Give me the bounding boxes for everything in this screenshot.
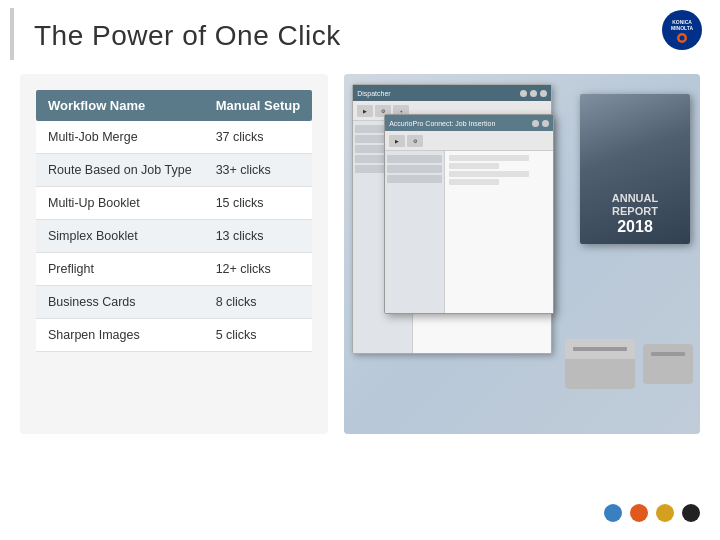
color-dots	[604, 504, 700, 522]
doc-year: 2018	[617, 218, 653, 236]
inner-tool-1[interactable]: ▶	[389, 135, 405, 147]
inner-form-3	[449, 171, 529, 177]
clicks-cell: 13 clicks	[204, 220, 313, 253]
clicks-cell: 12+ clicks	[204, 253, 313, 286]
inner-toolbar: ▶ ⚙	[385, 131, 553, 151]
annual-report-image: ANNUAL REPORT 2018	[580, 94, 690, 244]
inner-sidebar-3	[387, 175, 442, 183]
table-row: Route Based on Job Type33+ clicks	[36, 154, 312, 187]
inner-body	[385, 151, 553, 313]
workflow-name-cell: Preflight	[36, 253, 204, 286]
inner-title: AccurioPro Connect: Job Insertion	[389, 120, 529, 127]
svg-text:MINOLTA: MINOLTA	[671, 25, 693, 31]
clicks-cell: 33+ clicks	[204, 154, 313, 187]
page-title: The Power of One Click	[34, 20, 341, 52]
window-close-btn[interactable]	[540, 90, 547, 97]
printer-slot-2	[651, 352, 685, 356]
inner-min-btn[interactable]	[532, 120, 539, 127]
table-row: Multi-Job Merge37 clicks	[36, 121, 312, 154]
toolbar-item-1[interactable]: ▶	[357, 105, 373, 117]
table-card: Workflow Name Manual Setup Multi-Job Mer…	[20, 74, 328, 434]
konica-minolta-logo: KONICA MINOLTA	[660, 8, 704, 52]
inner-form-4	[449, 179, 499, 185]
workflow-name-cell: Multi-Up Booklet	[36, 187, 204, 220]
table-row: Preflight12+ clicks	[36, 253, 312, 286]
printer-slot	[573, 347, 627, 351]
window-titlebar: Dispatcher	[353, 85, 551, 101]
screenshot-area: Dispatcher ▶ ⚙ +	[344, 74, 700, 434]
window-min-btn[interactable]	[520, 90, 527, 97]
header: The Power of One Click KONICA MINOLTA	[10, 8, 720, 60]
orange-dot	[630, 504, 648, 522]
col2-header: Manual Setup	[204, 90, 313, 121]
inner-form-2	[449, 163, 499, 169]
logo-area: KONICA MINOLTA	[660, 8, 704, 56]
clicks-cell: 37 clicks	[204, 121, 313, 154]
table-row: Sharpen Images5 clicks	[36, 319, 312, 352]
printer-graphic	[565, 324, 695, 404]
table-row: Simplex Booklet13 clicks	[36, 220, 312, 253]
inner-window: AccurioPro Connect: Job Insertion ▶ ⚙	[384, 114, 554, 314]
inner-close-btn[interactable]	[542, 120, 549, 127]
inner-main-panel	[445, 151, 553, 313]
workflow-name-cell: Business Cards	[36, 286, 204, 319]
inner-sidebar-2	[387, 165, 442, 173]
table-row: Multi-Up Booklet15 clicks	[36, 187, 312, 220]
col1-header: Workflow Name	[36, 90, 204, 121]
table-row: Business Cards8 clicks	[36, 286, 312, 319]
blue-dot	[604, 504, 622, 522]
workflow-name-cell: Route Based on Job Type	[36, 154, 204, 187]
svg-point-4	[680, 36, 685, 41]
doc-label: ANNUAL REPORT	[612, 192, 658, 218]
black-dot	[682, 504, 700, 522]
inner-sidebar	[385, 151, 445, 313]
workflow-name-cell: Simplex Booklet	[36, 220, 204, 253]
workflow-name-cell: Sharpen Images	[36, 319, 204, 352]
inner-form-1	[449, 155, 529, 161]
workflow-name-cell: Multi-Job Merge	[36, 121, 204, 154]
main-content: Workflow Name Manual Setup Multi-Job Mer…	[0, 64, 720, 444]
printer-box-1	[565, 339, 635, 389]
inner-tool-2[interactable]: ⚙	[407, 135, 423, 147]
inner-titlebar: AccurioPro Connect: Job Insertion	[385, 115, 553, 131]
clicks-cell: 5 clicks	[204, 319, 313, 352]
workflow-table: Workflow Name Manual Setup Multi-Job Mer…	[36, 90, 312, 352]
screenshot-placeholder: Dispatcher ▶ ⚙ +	[344, 74, 700, 434]
window-title: Dispatcher	[357, 90, 517, 97]
printer-box-2	[643, 344, 693, 384]
clicks-cell: 8 clicks	[204, 286, 313, 319]
inner-sidebar-1	[387, 155, 442, 163]
printer-body	[565, 359, 635, 389]
clicks-cell: 15 clicks	[204, 187, 313, 220]
window-max-btn[interactable]	[530, 90, 537, 97]
yellow-dot	[656, 504, 674, 522]
